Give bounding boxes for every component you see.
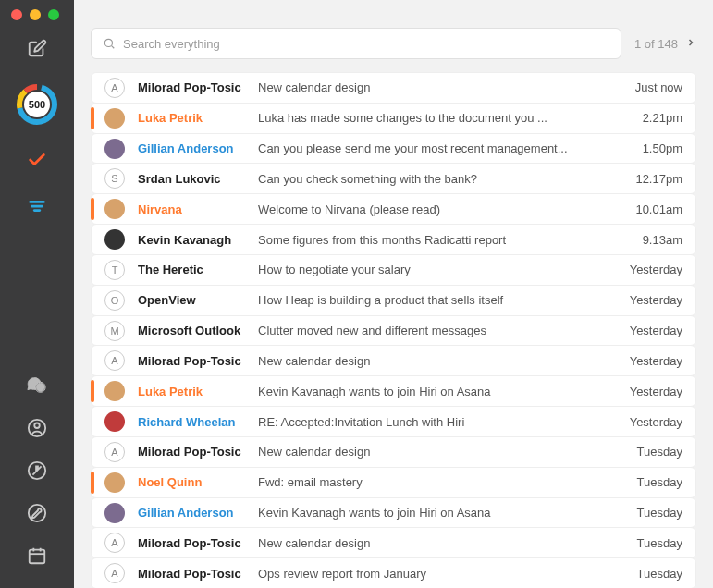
- close-window-button[interactable]: [11, 9, 22, 20]
- subject: Fwd: email mastery: [258, 475, 637, 489]
- timestamp: Just now: [635, 80, 682, 94]
- message-row[interactable]: Gillian AndersonCan you please send me y…: [91, 133, 696, 165]
- message-row[interactable]: TThe HereticHow to negotiate your salary…: [91, 254, 696, 286]
- sender-name: Gillian Anderson: [138, 506, 258, 520]
- topbar: Search everything 1 of 148: [91, 28, 696, 59]
- subject: Clutter moved new and different messages: [258, 324, 630, 337]
- avatar: [104, 411, 125, 432]
- timestamp: Tuesday: [637, 475, 682, 489]
- svg-point-9: [34, 423, 40, 429]
- message-row[interactable]: Gillian AndersonKevin Kavanagh wants to …: [91, 497, 696, 529]
- filter-icon[interactable]: [25, 194, 49, 218]
- pager-text: 1 of 148: [634, 37, 678, 51]
- avatar: M: [104, 321, 125, 341]
- subject: New calendar design: [258, 536, 637, 550]
- sender-name: Kevin Kavanagh: [138, 233, 258, 247]
- avatar: [104, 472, 125, 493]
- avatar: A: [104, 533, 125, 553]
- sender-name: Srdan Lukovic: [138, 172, 258, 186]
- avatar: [104, 108, 125, 129]
- unread-flag: [91, 472, 94, 494]
- subject: Kevin Kavanagh wants to join Hiri on Asa…: [258, 385, 630, 398]
- subject: Can you check something with the bank?: [258, 172, 635, 186]
- pager-next-icon[interactable]: [685, 37, 696, 51]
- timestamp: Yesterday: [630, 415, 682, 429]
- subject: Can you please send me your most recent …: [258, 141, 643, 155]
- timestamp: 2.21pm: [643, 111, 682, 125]
- subject: New calendar design: [258, 80, 635, 94]
- subject: RE: Accepted:Invitation Lunch with Hiri: [258, 415, 630, 429]
- avatar: A: [104, 78, 125, 98]
- avatar: [104, 199, 125, 219]
- message-row[interactable]: AMilorad Pop-TosicNew calendar designTue…: [91, 527, 696, 558]
- subject: Welcome to Nirvana (please read): [258, 202, 635, 216]
- subject: Some figures from this months Radicatti …: [258, 233, 643, 247]
- message-row[interactable]: AMilorad Pop-TosicNew calendar designTue…: [91, 436, 696, 468]
- unread-flag: [91, 107, 94, 129]
- calendar-icon[interactable]: [25, 544, 49, 568]
- message-row[interactable]: AMilorad Pop-TosicOps review report from…: [91, 557, 696, 588]
- timestamp: 12.17pm: [635, 172, 682, 186]
- message-row[interactable]: Kevin KavanaghSome figures from this mon…: [91, 224, 696, 255]
- unread-flag: [91, 198, 94, 220]
- avatar: T: [104, 260, 125, 280]
- settings-icon[interactable]: [25, 501, 49, 525]
- message-row[interactable]: NirvanaWelcome to Nirvana (please read)1…: [91, 193, 696, 225]
- avatar: O: [104, 290, 125, 311]
- pager: 1 of 148: [634, 37, 696, 51]
- sender-name: Milorad Pop-Tosic: [138, 567, 258, 581]
- search-input[interactable]: Search everything: [91, 28, 621, 59]
- sender-name: Milorad Pop-Tosic: [138, 80, 258, 94]
- avatar: [104, 381, 125, 401]
- subject: Kevin Kavanagh wants to join Hiri on Asa…: [258, 506, 637, 520]
- message-row[interactable]: AMilorad Pop-TosicNew calendar designYes…: [91, 345, 696, 376]
- message-row[interactable]: Richard WheelanRE: Accepted:Invitation L…: [91, 406, 696, 437]
- dashboard-score[interactable]: 500: [16, 83, 58, 126]
- svg-rect-12: [30, 550, 45, 564]
- svg-line-20: [112, 46, 115, 49]
- sender-name: The Heretic: [138, 263, 258, 276]
- avatar: [104, 229, 125, 250]
- subject: Ops review report from January: [258, 567, 637, 581]
- avatar: A: [104, 442, 125, 462]
- avatar: A: [104, 350, 125, 371]
- minimize-window-button[interactable]: [30, 9, 41, 20]
- sender-name: Microsoft Outlook: [138, 324, 258, 337]
- main-panel: Search everything 1 of 148 AMilorad Pop-…: [74, 0, 713, 588]
- sender-name: Richard Wheelan: [138, 415, 258, 429]
- zoom-window-button[interactable]: [48, 9, 59, 20]
- window-controls: [0, 0, 59, 30]
- message-row[interactable]: MMicrosoft OutlookClutter moved new and …: [91, 315, 696, 347]
- avatar: S: [104, 168, 125, 189]
- subject: How Heap is building a product that sell…: [258, 293, 630, 307]
- tasks-icon[interactable]: [25, 148, 49, 172]
- timestamp: Yesterday: [630, 293, 682, 307]
- sidebar: 500: [0, 0, 74, 588]
- unread-flag: [91, 380, 94, 402]
- compose-icon[interactable]: [25, 37, 49, 61]
- timestamp: Tuesday: [637, 536, 682, 550]
- subject: Luka has made some changes to the docume…: [258, 111, 643, 125]
- subject: New calendar design: [258, 354, 630, 368]
- message-row[interactable]: SSrdan LukovicCan you check something wi…: [91, 163, 696, 194]
- search-icon: [103, 37, 116, 50]
- timestamp: Yesterday: [630, 385, 682, 398]
- message-row[interactable]: OOpenViewHow Heap is building a product …: [91, 285, 696, 316]
- timestamp: Tuesday: [637, 445, 682, 459]
- timestamp: Yesterday: [630, 263, 682, 276]
- timestamp: 10.01am: [635, 202, 682, 216]
- avatar: [104, 503, 125, 523]
- message-row[interactable]: Luka PetrikKevin Kavanagh wants to join …: [91, 375, 696, 407]
- timestamp: Yesterday: [630, 354, 682, 368]
- sender-name: Gillian Anderson: [138, 141, 258, 155]
- sender-name: Milorad Pop-Tosic: [138, 445, 258, 459]
- message-row[interactable]: Luka PetrikLuka has made some changes to…: [91, 103, 696, 134]
- timestamp: Tuesday: [637, 567, 682, 581]
- message-row[interactable]: Noel QuinnFwd: email masteryTuesday: [91, 467, 696, 498]
- profile-icon[interactable]: [25, 416, 49, 440]
- message-row[interactable]: AMilorad Pop-TosicNew calendar designJus…: [91, 72, 696, 104]
- search-placeholder: Search everything: [123, 37, 220, 51]
- chat-icon[interactable]: [25, 374, 49, 398]
- sender-name: Luka Petrik: [138, 111, 258, 125]
- activity-icon[interactable]: [25, 459, 49, 483]
